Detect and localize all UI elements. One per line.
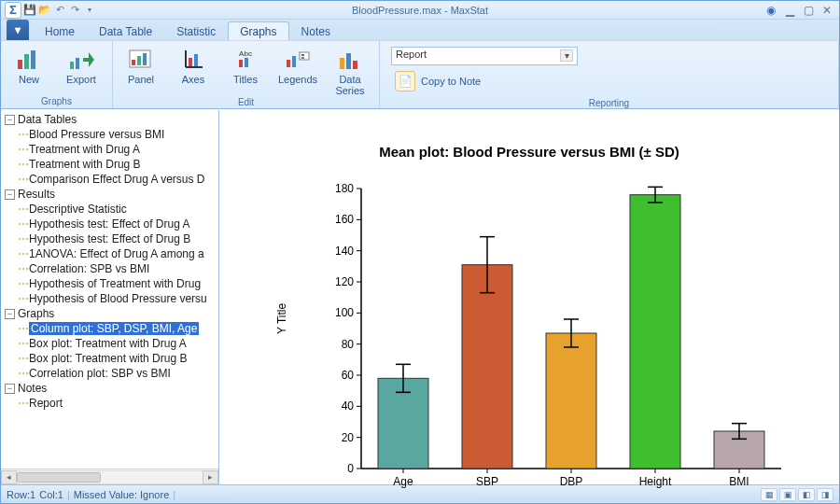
tab-notes[interactable]: Notes <box>289 21 343 40</box>
svg-text:60: 60 <box>342 369 355 382</box>
close-icon[interactable]: ✕ <box>820 4 833 17</box>
tree-item[interactable]: ⋯Treatment with Drug A <box>1 142 218 157</box>
quick-access-toolbar: Σ 💾 📂 ↶ ↷ ▾ <box>1 2 100 19</box>
tree-item-selected[interactable]: ⋯Column plot: SBP, DSP, BMI, Age <box>1 321 218 336</box>
maximize-icon[interactable]: ▢ <box>802 4 815 17</box>
chart-plot: 020406080100120140160180AgeSBPDBPHeightB… <box>324 179 791 497</box>
navigator-tree[interactable]: −Data Tables ⋯Blood Pressure versus BMI … <box>1 110 218 469</box>
svg-text:180: 180 <box>335 182 354 195</box>
status-row: Row:1 <box>7 489 35 500</box>
minimize-icon[interactable]: ▁ <box>783 4 796 17</box>
svg-rect-12 <box>194 54 198 66</box>
tree-item[interactable]: ⋯Correlation plot: SBP vs BMI <box>1 366 218 381</box>
tree-node-notes[interactable]: −Notes <box>1 381 218 396</box>
tree-node-graphs[interactable]: −Graphs <box>1 306 218 321</box>
legends-button[interactable]: Legends <box>273 43 322 96</box>
chart-area: Mean plot: Blood Pressure versus BMI (± … <box>219 110 839 484</box>
tree-hscrollbar[interactable]: ◂ ▸ <box>1 469 218 484</box>
svg-rect-1 <box>24 54 29 69</box>
svg-rect-2 <box>31 50 35 69</box>
svg-text:0: 0 <box>347 462 354 475</box>
export-icon <box>67 47 95 73</box>
svg-text:SBP: SBP <box>476 475 498 488</box>
scroll-right-icon[interactable]: ▸ <box>203 470 218 484</box>
copy-to-note-label: Copy to Note <box>421 76 481 87</box>
app-menu-button[interactable]: Σ <box>5 2 21 19</box>
tab-graphs[interactable]: Graphs <box>228 21 288 40</box>
qat-redo-icon[interactable]: ↷ <box>68 4 81 17</box>
tree-item[interactable]: ⋯Hypothesis test: Effect of Drug B <box>1 231 218 246</box>
svg-rect-14 <box>239 60 243 67</box>
copy-note-icon: 📄 <box>395 71 415 91</box>
group-label-reporting: Reporting <box>384 97 834 110</box>
svg-rect-6 <box>132 60 135 65</box>
tab-data-table[interactable]: Data Table <box>87 21 164 40</box>
svg-rect-19 <box>301 54 304 56</box>
tree-item[interactable]: ⋯Blood Pressure versus BMI <box>1 127 218 142</box>
group-label-graphs: Graphs <box>5 95 108 108</box>
svg-rect-15 <box>245 58 248 67</box>
tree-item[interactable]: ⋯Box plot: Treatment with Drug A <box>1 336 218 351</box>
titles-icon: Abc <box>231 47 259 73</box>
tab-home[interactable]: Home <box>33 21 87 40</box>
svg-rect-23 <box>353 61 357 69</box>
svg-rect-11 <box>189 58 192 66</box>
qat-save-icon[interactable]: 💾 <box>23 4 36 17</box>
tree-item[interactable]: ⋯1ANOVA: Effect of Drug A among a <box>1 246 218 261</box>
scroll-left-icon[interactable]: ◂ <box>1 470 17 484</box>
tree-item[interactable]: ⋯Treatment with Drug B <box>1 157 218 172</box>
chart-icon <box>15 47 43 73</box>
tab-statistic[interactable]: Statistic <box>164 21 228 40</box>
tree-item[interactable]: ⋯Hypothesis of Blood Pressure versu <box>1 291 218 306</box>
svg-rect-20 <box>301 57 304 59</box>
tree-item[interactable]: ⋯Hypothesis test: Effect of Drug A <box>1 217 218 231</box>
svg-rect-52 <box>462 265 512 469</box>
qat-dropdown-icon[interactable]: ▾ <box>83 4 96 17</box>
svg-text:Age: Age <box>393 475 413 488</box>
qat-open-icon[interactable]: 📂 <box>38 4 51 17</box>
axes-icon <box>179 47 207 73</box>
help-icon[interactable]: ◉ <box>764 4 777 17</box>
panel-icon <box>127 47 155 73</box>
tree-item[interactable]: ⋯Box plot: Treatment with Drug B <box>1 351 218 366</box>
svg-rect-0 <box>18 60 22 69</box>
status-btn-3[interactable]: ◧ <box>798 488 815 501</box>
tree-node-data-tables[interactable]: −Data Tables <box>1 112 218 127</box>
tree-item[interactable]: ⋯Report <box>1 396 218 411</box>
svg-rect-7 <box>137 56 141 65</box>
group-label-edit: Edit <box>117 96 375 109</box>
app-button[interactable]: ▾ <box>7 20 29 40</box>
qat-undo-icon[interactable]: ↶ <box>53 4 66 17</box>
navigator-panel: −Data Tables ⋯Blood Pressure versus BMI … <box>1 110 219 484</box>
report-select[interactable]: Report <box>391 47 578 65</box>
tree-item[interactable]: ⋯Descriptive Statistic <box>1 202 218 217</box>
tree-item[interactable]: ⋯Comparison Effect Drug A versus D <box>1 172 218 187</box>
tree-item[interactable]: ⋯Hypothesis of Treatment with Drug <box>1 276 218 291</box>
tree-item[interactable]: ⋯Correlation: SPB vs BMI <box>1 261 218 276</box>
svg-text:100: 100 <box>335 306 354 319</box>
titles-button[interactable]: Abc Titles <box>221 43 270 96</box>
status-btn-4[interactable]: ◨ <box>817 488 833 501</box>
scroll-track[interactable] <box>17 470 203 484</box>
svg-rect-3 <box>70 62 74 69</box>
svg-rect-8 <box>143 53 147 65</box>
tree-node-results[interactable]: −Results <box>1 187 218 202</box>
title-bar: Σ 💾 📂 ↶ ↷ ▾ BloodPressure.max - MaxStat … <box>1 1 839 20</box>
svg-text:140: 140 <box>335 245 354 258</box>
svg-rect-58 <box>546 333 596 469</box>
svg-rect-21 <box>340 58 344 69</box>
axes-button[interactable]: Axes <box>169 43 217 96</box>
svg-text:BMI: BMI <box>729 475 749 488</box>
panel-button[interactable]: Panel <box>117 43 165 96</box>
status-col: Col:1 <box>39 489 63 500</box>
data-series-button[interactable]: DataSeries <box>326 43 374 96</box>
svg-rect-17 <box>292 56 296 67</box>
chart-title: Mean plot: Blood Pressure versus BMI (± … <box>219 110 839 160</box>
new-button[interactable]: New <box>5 43 53 95</box>
copy-to-note-button[interactable]: 📄 Copy to Note <box>391 69 827 93</box>
scroll-thumb[interactable] <box>17 472 101 483</box>
export-button[interactable]: Export <box>57 43 105 95</box>
svg-rect-4 <box>76 58 79 69</box>
ribbon: New Export Graphs Panel Axes <box>1 40 839 109</box>
status-missed: Missed Value: Ignore <box>74 489 170 500</box>
